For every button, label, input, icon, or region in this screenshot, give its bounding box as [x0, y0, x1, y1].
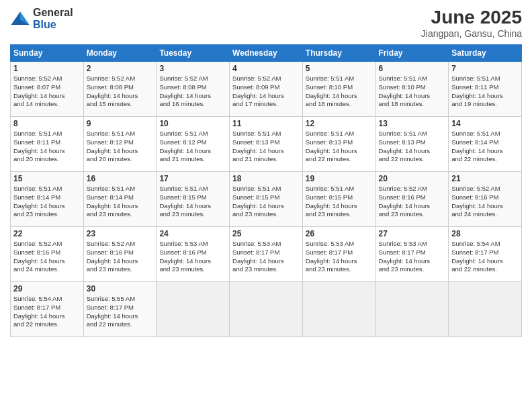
- day-number: 12: [306, 119, 373, 128]
- cell-info: Sunrise: 5:53 AMSunset: 8:17 PMDaylight:…: [379, 240, 446, 274]
- day-number: 6: [379, 64, 446, 73]
- cell-info: Sunrise: 5:51 AMSunset: 8:15 PMDaylight:…: [306, 185, 373, 219]
- day-number: 2: [87, 64, 154, 73]
- calendar-cell: 1Sunrise: 5:52 AMSunset: 8:07 PMDaylight…: [11, 62, 84, 117]
- day-number: 20: [379, 174, 446, 183]
- calendar-title: June 2025: [421, 7, 522, 28]
- day-number: 15: [13, 174, 81, 183]
- calendar-cell: 19Sunrise: 5:51 AMSunset: 8:15 PMDayligh…: [302, 172, 375, 227]
- generalblue-logo-icon: [10, 11, 30, 27]
- calendar-cell: 21Sunrise: 5:52 AMSunset: 8:16 PMDayligh…: [449, 172, 522, 227]
- day-number: 14: [451, 119, 519, 128]
- calendar-cell: 29Sunrise: 5:54 AMSunset: 8:17 PMDayligh…: [11, 282, 84, 337]
- cell-info: Sunrise: 5:51 AMSunset: 8:13 PMDaylight:…: [379, 130, 446, 164]
- cell-info: Sunrise: 5:55 AMSunset: 8:17 PMDaylight:…: [87, 295, 154, 329]
- col-thursday: Thursday: [302, 45, 375, 62]
- cell-info: Sunrise: 5:53 AMSunset: 8:17 PMDaylight:…: [306, 240, 373, 274]
- calendar-cell: 24Sunrise: 5:53 AMSunset: 8:16 PMDayligh…: [157, 227, 230, 282]
- calendar-cell: [230, 282, 303, 337]
- day-number: 23: [87, 229, 154, 238]
- cell-info: Sunrise: 5:51 AMSunset: 8:13 PMDaylight:…: [232, 130, 300, 164]
- calendar-subtitle: Jiangpan, Gansu, China: [421, 28, 522, 39]
- cell-info: Sunrise: 5:53 AMSunset: 8:17 PMDaylight:…: [232, 240, 300, 274]
- col-friday: Friday: [375, 45, 449, 62]
- calendar-cell: 28Sunrise: 5:54 AMSunset: 8:17 PMDayligh…: [449, 227, 522, 282]
- week-row-3: 22Sunrise: 5:52 AMSunset: 8:16 PMDayligh…: [11, 227, 522, 282]
- cell-info: Sunrise: 5:51 AMSunset: 8:11 PMDaylight:…: [451, 75, 519, 109]
- cell-info: Sunrise: 5:51 AMSunset: 8:14 PMDaylight:…: [13, 185, 81, 219]
- cell-info: Sunrise: 5:51 AMSunset: 8:13 PMDaylight:…: [306, 130, 373, 164]
- day-number: 13: [379, 119, 446, 128]
- cell-info: Sunrise: 5:51 AMSunset: 8:15 PMDaylight:…: [159, 185, 226, 219]
- cell-info: Sunrise: 5:52 AMSunset: 8:16 PMDaylight:…: [87, 240, 154, 274]
- cell-info: Sunrise: 5:51 AMSunset: 8:12 PMDaylight:…: [87, 130, 154, 164]
- calendar-cell: 27Sunrise: 5:53 AMSunset: 8:17 PMDayligh…: [375, 227, 449, 282]
- day-number: 29: [13, 284, 81, 293]
- calendar-cell: 14Sunrise: 5:51 AMSunset: 8:14 PMDayligh…: [449, 117, 522, 172]
- calendar-cell: 25Sunrise: 5:53 AMSunset: 8:17 PMDayligh…: [230, 227, 303, 282]
- cell-info: Sunrise: 5:51 AMSunset: 8:15 PMDaylight:…: [232, 185, 300, 219]
- calendar-cell: 16Sunrise: 5:51 AMSunset: 8:14 PMDayligh…: [83, 172, 157, 227]
- calendar-table: Sunday Monday Tuesday Wednesday Thursday…: [10, 44, 522, 337]
- day-number: 4: [232, 64, 300, 73]
- cell-info: Sunrise: 5:52 AMSunset: 8:08 PMDaylight:…: [87, 75, 154, 109]
- cell-info: Sunrise: 5:54 AMSunset: 8:17 PMDaylight:…: [451, 240, 519, 274]
- cell-info: Sunrise: 5:51 AMSunset: 8:11 PMDaylight:…: [13, 130, 81, 164]
- week-row-0: 1Sunrise: 5:52 AMSunset: 8:07 PMDaylight…: [11, 62, 522, 117]
- calendar-cell: 22Sunrise: 5:52 AMSunset: 8:16 PMDayligh…: [11, 227, 84, 282]
- calendar-cell: 10Sunrise: 5:51 AMSunset: 8:12 PMDayligh…: [157, 117, 230, 172]
- day-number: 10: [159, 119, 226, 128]
- calendar-cell: [302, 282, 375, 337]
- day-number: 30: [87, 284, 154, 293]
- cell-info: Sunrise: 5:52 AMSunset: 8:16 PMDaylight:…: [451, 185, 519, 219]
- day-number: 9: [87, 119, 154, 128]
- cell-info: Sunrise: 5:51 AMSunset: 8:14 PMDaylight:…: [87, 185, 154, 219]
- day-number: 3: [159, 64, 226, 73]
- day-number: 11: [232, 119, 300, 128]
- cell-info: Sunrise: 5:54 AMSunset: 8:17 PMDaylight:…: [13, 295, 81, 329]
- day-number: 19: [306, 174, 373, 183]
- calendar-cell: [449, 282, 522, 337]
- calendar-cell: 18Sunrise: 5:51 AMSunset: 8:15 PMDayligh…: [230, 172, 303, 227]
- day-number: 26: [306, 229, 373, 238]
- logo-text: General Blue: [33, 7, 73, 31]
- calendar-cell: 5Sunrise: 5:51 AMSunset: 8:10 PMDaylight…: [302, 62, 375, 117]
- page: General Blue June 2025 Jiangpan, Gansu, …: [0, 0, 532, 411]
- calendar-cell: 8Sunrise: 5:51 AMSunset: 8:11 PMDaylight…: [11, 117, 84, 172]
- col-tuesday: Tuesday: [157, 45, 230, 62]
- calendar-cell: [375, 282, 449, 337]
- cell-info: Sunrise: 5:52 AMSunset: 8:07 PMDaylight:…: [13, 75, 81, 109]
- cell-info: Sunrise: 5:52 AMSunset: 8:16 PMDaylight:…: [379, 185, 446, 219]
- header: General Blue June 2025 Jiangpan, Gansu, …: [10, 7, 522, 39]
- day-number: 1: [13, 64, 81, 73]
- logo: General Blue: [10, 7, 73, 31]
- cell-info: Sunrise: 5:52 AMSunset: 8:09 PMDaylight:…: [232, 75, 300, 109]
- calendar-cell: 20Sunrise: 5:52 AMSunset: 8:16 PMDayligh…: [375, 172, 449, 227]
- header-row: Sunday Monday Tuesday Wednesday Thursday…: [11, 45, 522, 62]
- week-row-4: 29Sunrise: 5:54 AMSunset: 8:17 PMDayligh…: [11, 282, 522, 337]
- cell-info: Sunrise: 5:51 AMSunset: 8:12 PMDaylight:…: [159, 130, 226, 164]
- day-number: 7: [451, 64, 519, 73]
- cell-info: Sunrise: 5:51 AMSunset: 8:10 PMDaylight:…: [379, 75, 446, 109]
- day-number: 5: [306, 64, 373, 73]
- calendar-cell: 26Sunrise: 5:53 AMSunset: 8:17 PMDayligh…: [302, 227, 375, 282]
- calendar-cell: 2Sunrise: 5:52 AMSunset: 8:08 PMDaylight…: [83, 62, 157, 117]
- logo-general: General: [33, 7, 73, 18]
- day-number: 27: [379, 229, 446, 238]
- day-number: 21: [451, 174, 519, 183]
- col-saturday: Saturday: [449, 45, 522, 62]
- day-number: 18: [232, 174, 300, 183]
- col-wednesday: Wednesday: [230, 45, 303, 62]
- cell-info: Sunrise: 5:52 AMSunset: 8:08 PMDaylight:…: [159, 75, 226, 109]
- cell-info: Sunrise: 5:51 AMSunset: 8:10 PMDaylight:…: [306, 75, 373, 109]
- day-number: 28: [451, 229, 519, 238]
- calendar-cell: 17Sunrise: 5:51 AMSunset: 8:15 PMDayligh…: [157, 172, 230, 227]
- week-row-2: 15Sunrise: 5:51 AMSunset: 8:14 PMDayligh…: [11, 172, 522, 227]
- col-sunday: Sunday: [11, 45, 84, 62]
- calendar-cell: 9Sunrise: 5:51 AMSunset: 8:12 PMDaylight…: [83, 117, 157, 172]
- title-area: June 2025 Jiangpan, Gansu, China: [421, 7, 522, 39]
- day-number: 25: [232, 229, 300, 238]
- day-number: 8: [13, 119, 81, 128]
- calendar-cell: 13Sunrise: 5:51 AMSunset: 8:13 PMDayligh…: [375, 117, 449, 172]
- calendar-cell: 15Sunrise: 5:51 AMSunset: 8:14 PMDayligh…: [11, 172, 84, 227]
